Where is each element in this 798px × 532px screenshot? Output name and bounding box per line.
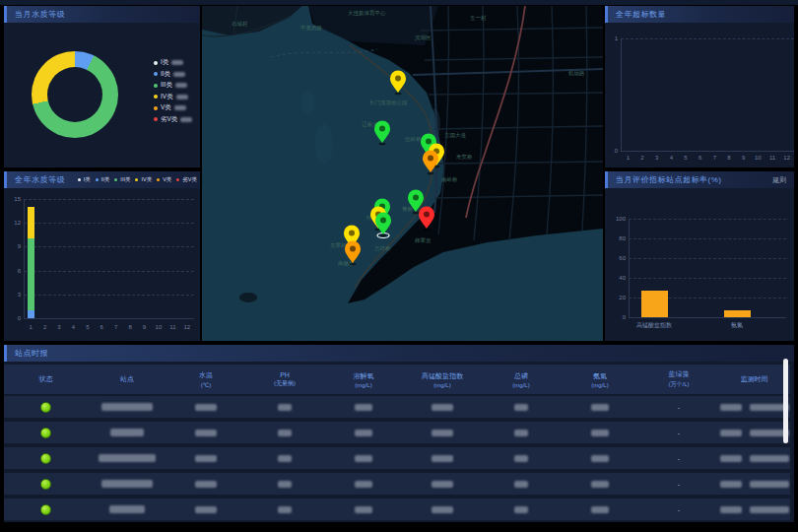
y-axis-tick: 0 — [612, 314, 626, 320]
time-date-redacted — [720, 481, 742, 488]
value-redacted — [591, 455, 609, 462]
legend-item[interactable]: V类 — [154, 102, 192, 114]
x-axis-tick: 12 — [183, 324, 190, 330]
gridline — [24, 295, 194, 296]
station-cell — [88, 505, 166, 513]
status-cell — [4, 402, 88, 413]
station-pin-green[interactable] — [375, 213, 391, 238]
status-cell — [4, 453, 88, 464]
status-cell — [4, 428, 88, 438]
stacked-bar-segment[interactable] — [28, 207, 34, 238]
value-cell — [403, 455, 482, 462]
value-redacted — [514, 430, 528, 436]
algae-cell: - — [639, 481, 718, 488]
map-place-label: 寿安桥 — [456, 154, 473, 160]
algae-cell: - — [639, 430, 718, 436]
map-canvas[interactable]: 石城村大连新体育中心中奥西路滨湖区五一村机场路长门溪湿地公园辽南大学北岭桥立国大… — [202, 6, 603, 341]
value-cell — [324, 455, 403, 462]
algae-value: - — [678, 430, 680, 436]
legend-item[interactable]: II类 — [154, 69, 192, 81]
value-cell — [403, 506, 482, 513]
map-place-label: 吉祥桥 — [374, 245, 391, 251]
panel-station-table: 站点时报 状态站点水温(℃)PH(无量纲)溶解氧(mg/L)高锰酸盐指数(mg/… — [4, 345, 794, 522]
x-axis-tick: 1 — [30, 324, 33, 330]
pin-shadow — [428, 172, 434, 175]
x-axis-tick: 9 — [143, 324, 146, 330]
stacked-bar-segment[interactable] — [28, 310, 34, 318]
panel-header: 当月水质等级 — [4, 6, 200, 23]
legend-value-redacted — [180, 117, 192, 122]
map[interactable]: 石城村大连新体育中心中奥西路滨湖区五一村机场路长门溪湿地公园辽南大学北岭桥立国大… — [202, 6, 603, 341]
x-axis-tick: 1 — [627, 155, 630, 161]
x-axis-tick: 10 — [156, 324, 163, 330]
map-island — [239, 293, 257, 302]
map-place-label: 长门溪湿地公园 — [369, 100, 408, 106]
panel-title: 当月水质等级 — [15, 6, 65, 23]
x-axis-tick: 8 — [128, 324, 131, 330]
table-scrollbar[interactable] — [783, 359, 788, 443]
gridline — [24, 271, 194, 272]
legend-value-redacted — [175, 83, 187, 88]
table-row: - — [4, 396, 790, 418]
legend-dot-icon — [154, 106, 158, 110]
value-cell — [324, 481, 403, 488]
legend-item[interactable]: III类 — [154, 80, 192, 92]
time-cell — [718, 430, 790, 436]
legend-dot-icon — [154, 72, 158, 76]
x-axis-tick: 12 — [783, 155, 790, 161]
pin-hole — [424, 212, 430, 218]
pin-shadow — [395, 93, 402, 96]
value-cell — [245, 506, 324, 513]
legend-item[interactable]: 劣V类 — [154, 114, 192, 126]
pin-shadow — [350, 263, 357, 266]
map-place-label: 薛家里 — [415, 237, 432, 243]
value-redacted — [355, 481, 372, 488]
y-axis-tick: 80 — [612, 235, 626, 241]
algae-value: - — [678, 481, 680, 488]
x-axis-tick: 7 — [713, 155, 716, 161]
rate-bar[interactable] — [641, 291, 668, 317]
value-redacted — [514, 506, 528, 513]
pin-hole — [426, 139, 432, 145]
value-cell — [561, 430, 639, 436]
map-shallow — [315, 124, 333, 164]
gridline — [629, 238, 786, 239]
legend-item[interactable]: IV类 — [154, 92, 192, 103]
value-cell — [482, 481, 561, 488]
exceed-rate-chart[interactable]: 020406080100高锰酸盐指数氨氮 — [605, 171, 794, 341]
value-redacted — [432, 404, 453, 411]
annual-grade-chart[interactable]: 03691215123456789101112 — [4, 171, 200, 341]
legend-value-redacted — [176, 95, 188, 100]
pin-shadow — [380, 234, 387, 237]
x-axis-tick: 7 — [114, 324, 117, 330]
rate-bar-label: 氨氮 — [731, 321, 743, 330]
legend-dot-icon — [154, 117, 158, 121]
table-row: - — [4, 422, 790, 443]
panel-annual-exceed: 全年超标数量 01123456789101112 — [605, 6, 794, 167]
station-cell — [88, 480, 166, 488]
annual-exceed-chart[interactable]: 01123456789101112 — [605, 6, 794, 167]
value-cell — [324, 430, 403, 436]
pin-hole — [395, 76, 401, 82]
time-cell — [718, 404, 790, 411]
station-name-redacted — [110, 429, 144, 436]
value-cell — [482, 455, 561, 462]
x-axis-line — [24, 318, 194, 319]
y-axis-tick: 100 — [612, 216, 626, 222]
map-place-label: 立国大道 — [444, 132, 467, 139]
x-axis-tick: 2 — [43, 324, 46, 330]
value-cell — [166, 506, 245, 513]
rate-bar[interactable] — [724, 310, 751, 317]
time-cell — [718, 506, 790, 513]
time-clock-redacted — [750, 506, 789, 513]
time-date-redacted — [720, 404, 742, 411]
gridline — [629, 278, 786, 279]
value-redacted — [278, 481, 292, 488]
stacked-bar-segment[interactable] — [28, 238, 34, 310]
map-shallow — [301, 90, 315, 115]
legend-item[interactable]: I类 — [154, 57, 192, 69]
legend-value-redacted — [173, 72, 185, 77]
time-clock-redacted — [750, 481, 789, 488]
y-axis-tick: 60 — [612, 255, 626, 261]
pin-hole — [413, 195, 419, 201]
